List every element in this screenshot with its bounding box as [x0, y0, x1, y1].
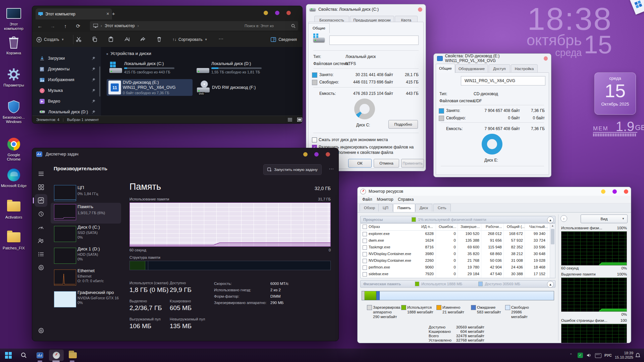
- table-row[interactable]: perfmon.exe 9060 0 19 780 42 904 24 436 …: [361, 264, 548, 271]
- tm-item-disk0[interactable]: Диск 0 (C:) SSD (SATA) 0%: [50, 225, 122, 245]
- tab-network[interactable]: Сеть: [433, 204, 451, 212]
- tab-general[interactable]: Общие: [308, 23, 330, 33]
- ok-button[interactable]: ОК: [348, 159, 372, 168]
- table-row[interactable]: dwm.exe 1624 0 135 388 91 656 57 932 33 …: [361, 237, 548, 244]
- menu-file[interactable]: Файл: [362, 197, 372, 202]
- copy-icon[interactable]: [92, 37, 98, 42]
- tab-memory-active[interactable]: Память: [393, 204, 415, 212]
- menu-help[interactable]: Справка: [398, 197, 414, 202]
- back-icon[interactable]: ←: [36, 22, 44, 30]
- drive-tile-d[interactable]: Локальный диск (D:) 1,55 ТБ свободно из …: [196, 59, 276, 76]
- row-checkbox[interactable]: [363, 259, 367, 263]
- row-checkbox[interactable]: [363, 232, 367, 236]
- tm-item-disk1[interactable]: Диск 1 (D:) HDD (SATA) 0%: [50, 246, 122, 267]
- tm-processes-icon[interactable]: [36, 182, 46, 192]
- table-row[interactable]: explorer.exe 6328 0 190 520 268 012 168 …: [361, 231, 548, 237]
- tm-services-icon[interactable]: [36, 262, 46, 273]
- close-button[interactable]: [624, 189, 628, 194]
- tm-item-ethernet[interactable]: Ethernet Ethernet О: 0 П: 0 кбит/с: [50, 268, 122, 289]
- taskbar-explorer[interactable]: [66, 350, 79, 361]
- sidebar-item-music[interactable]: ♪ Музыка: [35, 86, 98, 95]
- paste-icon[interactable]: [108, 37, 114, 42]
- tm-settings-gear-icon[interactable]: [36, 325, 46, 336]
- create-button[interactable]: Создать ▼: [36, 36, 64, 44]
- dialog-title-bar[interactable]: Свойства: DVD-дисковод (E:) WIN11_PRO_VL…: [434, 54, 551, 63]
- tray-antivirus-icon[interactable]: ✓: [578, 353, 583, 358]
- apply-button-disabled[interactable]: Применить: [401, 159, 424, 168]
- delete-icon[interactable]: [156, 37, 162, 42]
- volume-name-field[interactable]: WIN11_PRO_VL_X64_OVG: [461, 76, 545, 85]
- cancel-button[interactable]: Отмена: [374, 159, 399, 168]
- cut-icon[interactable]: [76, 37, 82, 42]
- address-bar[interactable]: › Этот компьютер ›: [90, 21, 244, 31]
- tray-language[interactable]: РУС: [604, 353, 612, 358]
- tray-notifications-icon[interactable]: [635, 353, 640, 358]
- tm-item-memory-selected[interactable]: Память 1,9/31,7 ГБ (6%): [51, 203, 121, 224]
- taskbar-task-manager[interactable]: [34, 350, 46, 361]
- tab-cpu[interactable]: ЦП: [378, 204, 393, 212]
- list-view-icon[interactable]: [287, 118, 292, 122]
- close-button[interactable]: [418, 7, 422, 12]
- sidebar-item-downloads[interactable]: Загрузки: [35, 54, 98, 63]
- tray-keyboard-icon[interactable]: [595, 353, 601, 358]
- collapse-chevron-icon[interactable]: ▲: [547, 281, 554, 288]
- maximize-button[interactable]: [275, 11, 279, 15]
- row-checkbox[interactable]: [363, 245, 367, 250]
- dialog-title-bar[interactable]: Свойства: Локальный диск (C:): [306, 4, 426, 14]
- taskbar-search-button[interactable]: [17, 350, 30, 361]
- tm-item-cpu[interactable]: ЦП 0% 1,84 ГГц: [50, 184, 122, 204]
- details-pane-button[interactable]: Сведения: [271, 36, 297, 44]
- tray-volume-icon[interactable]: [586, 353, 592, 358]
- collapse-chevron-icon[interactable]: ▲: [547, 217, 554, 223]
- tray-clock[interactable]: 18:39 15.10.2025: [614, 351, 633, 360]
- desktop-icon-chrome[interactable]: Google Chrome: [1, 137, 27, 162]
- start-button[interactable]: [2, 350, 15, 361]
- close-button[interactable]: [326, 152, 330, 157]
- drive-tile-e-selected[interactable]: 11 DVD-дисковод (E:) WIN11_PRO_VL_X64_OV…: [107, 79, 193, 96]
- share-icon[interactable]: [140, 37, 146, 42]
- desktop-icon-patches-fix[interactable]: Patches_FIX: [1, 230, 27, 250]
- row-checkbox[interactable]: [363, 265, 367, 270]
- search-input[interactable]: Поиск в: Этот ко: [242, 21, 298, 31]
- tm-startup-icon[interactable]: [36, 222, 46, 233]
- tab-sharing[interactable]: Доступ: [489, 64, 510, 73]
- rm-physical-memory-header[interactable]: Физическая память Используется 1888 МБ Д…: [360, 280, 555, 288]
- volume-label-input[interactable]: [329, 36, 419, 45]
- compress-checkbox[interactable]: [312, 137, 317, 142]
- view-dropdown[interactable]: Вид ▼: [581, 215, 628, 223]
- tm-users-icon[interactable]: [36, 235, 46, 246]
- drive-tile-c[interactable]: Локальный диск (C:) 415 ГБ свободно из 4…: [109, 59, 189, 76]
- maximize-button[interactable]: [314, 152, 319, 157]
- table-row[interactable]: NVDisplay.Container.exe 3980 0 35 820 68…: [361, 251, 548, 257]
- desktop-icon-this-pc[interactable]: Этот компьютер: [1, 6, 27, 31]
- sidebar-scrollbar[interactable]: [99, 66, 100, 97]
- refresh-icon[interactable]: ⟳: [74, 22, 82, 30]
- row-checkbox[interactable]: [363, 252, 367, 256]
- table-row[interactable]: Taskmgr.exe 8716 0 69 600 115 948 82 352…: [361, 244, 548, 251]
- explorer-tab[interactable]: Этот компьютер ✕: [36, 8, 112, 19]
- maximize-button[interactable]: [612, 189, 617, 194]
- menu-monitor[interactable]: Монитор: [377, 197, 393, 202]
- close-button[interactable]: [544, 56, 548, 61]
- tab-close-icon[interactable]: ✕: [106, 12, 109, 16]
- forward-icon[interactable]: →: [49, 22, 56, 30]
- tab-hardware[interactable]: Оборудование: [455, 64, 488, 73]
- minimize-button[interactable]: [264, 11, 268, 15]
- tab-general[interactable]: Общие: [436, 64, 455, 73]
- minimize-button[interactable]: [303, 152, 308, 157]
- close-button[interactable]: [286, 11, 291, 15]
- desktop-icon-activators[interactable]: Activators: [1, 199, 27, 220]
- row-checkbox[interactable]: [363, 239, 367, 243]
- desktop-icon-recycle-bin[interactable]: Корзина: [1, 35, 27, 55]
- sidebar-item-documents[interactable]: Документы: [35, 64, 98, 74]
- tm-performance-selected[interactable]: [35, 194, 47, 207]
- tm-details-icon[interactable]: [36, 249, 46, 259]
- tm-item-gpu[interactable]: Графический про NVIDIA GeForce GTX 16 0%: [50, 290, 122, 311]
- desktop-icon-settings[interactable]: Параметры: [1, 67, 27, 87]
- sort-button[interactable]: ↑↓ Сортировать ▼: [172, 36, 208, 44]
- up-icon[interactable]: ↑: [62, 22, 69, 30]
- more-button[interactable]: ...: [219, 35, 224, 40]
- minimize-button[interactable]: [601, 189, 605, 194]
- new-tab-button[interactable]: +: [112, 11, 115, 16]
- tab-overview[interactable]: Обзор: [360, 204, 379, 212]
